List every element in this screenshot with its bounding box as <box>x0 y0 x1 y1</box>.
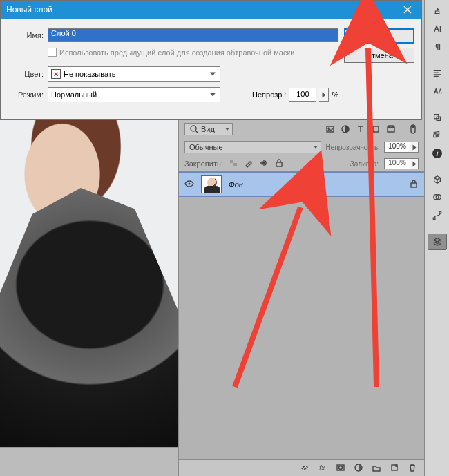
layer-mask-button[interactable] <box>336 463 345 474</box>
clip-mask-checkbox[interactable] <box>48 48 57 57</box>
close-icon <box>403 5 412 15</box>
filter-type-icon[interactable] <box>355 124 366 135</box>
filter-shape-icon[interactable] <box>370 124 381 135</box>
dialog-title: Новый слой <box>6 5 394 15</box>
rail-layers-icon[interactable] <box>428 234 447 250</box>
lock-label: Закрепить: <box>184 160 223 168</box>
svg-text:fx: fx <box>319 464 325 472</box>
blend-mode-combo[interactable]: Обычные <box>184 141 321 153</box>
svg-rect-23 <box>433 135 436 137</box>
collapsed-panel-rail: i <box>424 0 449 476</box>
layers-footer-toolbar: fx <box>179 459 424 476</box>
document-canvas[interactable] <box>0 105 178 476</box>
mode-label: Режим: <box>8 91 44 99</box>
rail-paragraph-icon[interactable] <box>428 39 447 55</box>
opacity-flyout-button[interactable] <box>319 88 329 102</box>
name-label: Имя: <box>8 31 44 39</box>
canvas-pasteboard <box>0 447 178 476</box>
eye-icon <box>184 179 194 189</box>
rail-swatches-icon[interactable] <box>428 127 447 144</box>
layer-style-button[interactable]: fx <box>318 463 327 474</box>
layer-thumbnail[interactable] <box>201 175 222 193</box>
lock-icon <box>409 179 419 189</box>
lock-transparent-icon[interactable] <box>229 158 238 169</box>
link-layers-button[interactable] <box>300 463 309 474</box>
clip-mask-checkbox-row: Использовать предыдущий слой для создани… <box>8 48 338 57</box>
layer-filter-kind[interactable]: Вид <box>184 123 233 135</box>
layers-empty-area <box>179 197 424 459</box>
svg-rect-4 <box>373 126 379 132</box>
adjustment-layer-button[interactable] <box>354 463 363 474</box>
svg-rect-21 <box>433 132 436 135</box>
visibility-toggle[interactable] <box>184 179 194 190</box>
opacity-panel-label: Непрозрачность: <box>325 144 380 151</box>
layer-name[interactable]: Фон <box>229 180 402 189</box>
filter-smart-icon[interactable] <box>385 124 397 135</box>
rail-channels-icon[interactable] <box>428 189 447 206</box>
opacity-input[interactable]: 100 <box>289 88 316 102</box>
delete-layer-button[interactable] <box>408 463 417 474</box>
svg-point-0 <box>191 126 196 131</box>
filter-pixel-icon[interactable] <box>325 124 336 135</box>
svg-rect-13 <box>411 183 417 187</box>
clip-mask-label: Использовать предыдущий слой для создани… <box>59 48 294 57</box>
panel-fill-input[interactable]: 100% <box>384 158 410 169</box>
svg-rect-11 <box>276 162 282 166</box>
group-button[interactable] <box>372 463 381 474</box>
layer-lock-icon[interactable] <box>409 179 419 190</box>
rail-character-icon[interactable] <box>428 21 447 37</box>
lock-position-icon[interactable] <box>259 158 269 169</box>
rail-clone-stamp-icon[interactable] <box>428 3 447 19</box>
color-label: Цвет: <box>8 70 44 78</box>
svg-rect-10 <box>233 163 237 166</box>
color-combo[interactable]: ✕ Не показывать <box>48 66 220 82</box>
rail-3d-icon[interactable] <box>428 171 447 188</box>
new-layer-dialog: Новый слой Имя: Слой 0 Использовать пред… <box>0 0 422 120</box>
mode-combo[interactable]: Нормальный <box>48 87 220 102</box>
dialog-close-button[interactable] <box>394 1 421 19</box>
layer-row-background[interactable]: Фон <box>179 172 424 197</box>
color-value: Не показывать <box>64 70 116 78</box>
cancel-button[interactable]: Отмена <box>344 48 414 63</box>
lock-all-icon[interactable] <box>274 158 284 169</box>
rail-glyphs-icon[interactable] <box>428 83 447 99</box>
panel-fill-flyout[interactable] <box>410 158 419 169</box>
search-icon <box>189 124 199 134</box>
rail-artboards-icon[interactable] <box>428 109 447 126</box>
layers-panel: Слои Вид Обычные Непрозрачность: 100% За… <box>178 105 424 476</box>
rail-paths-icon[interactable] <box>428 207 447 224</box>
fill-label: Заливка: <box>350 160 379 168</box>
ok-button[interactable]: ОК <box>344 28 414 44</box>
filter-adjust-icon[interactable] <box>340 124 351 135</box>
rail-info-icon[interactable]: i <box>428 145 447 162</box>
svg-rect-24 <box>437 135 439 137</box>
opacity-label: Непрозр.: <box>252 91 286 99</box>
svg-point-16 <box>339 466 343 469</box>
lock-pixels-icon[interactable] <box>244 158 254 169</box>
panel-opacity-input[interactable]: 100% <box>384 142 410 153</box>
mode-value: Нормальный <box>51 91 97 99</box>
panel-opacity-flyout[interactable] <box>410 142 419 153</box>
svg-point-12 <box>189 183 191 185</box>
svg-rect-22 <box>437 132 439 135</box>
none-color-icon: ✕ <box>51 69 61 79</box>
svg-rect-18 <box>392 465 397 470</box>
new-layer-button[interactable] <box>390 463 399 474</box>
svg-point-8 <box>412 126 414 128</box>
filter-toggle-switch[interactable] <box>408 124 419 135</box>
dialog-titlebar[interactable]: Новый слой <box>1 1 421 19</box>
layer-name-input[interactable]: Слой 0 <box>48 28 338 42</box>
svg-rect-9 <box>230 160 233 163</box>
percent-sign: % <box>332 91 338 99</box>
rail-align-icon[interactable] <box>428 65 447 82</box>
